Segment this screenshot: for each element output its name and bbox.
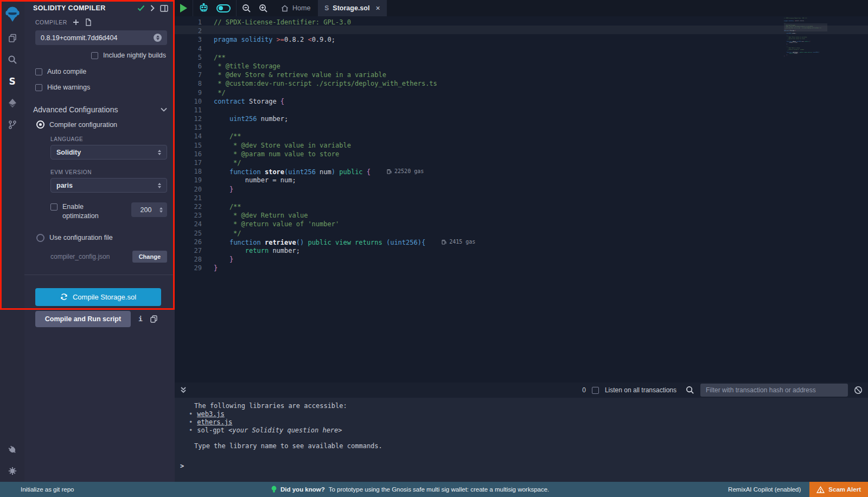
zoom-in-icon[interactable]	[259, 4, 268, 13]
ai-copilot-robot-icon[interactable]	[199, 3, 209, 13]
compiler-version-select[interactable]: 0.8.19+commit.7dd6d404	[35, 30, 167, 45]
enable-optimization-checkbox[interactable]	[50, 203, 58, 211]
copy-icon[interactable]	[150, 315, 157, 323]
select-arrows-icon	[158, 183, 161, 188]
auto-compile-checkbox[interactable]	[35, 68, 42, 75]
terminal-lib-web3: web3.js	[189, 410, 868, 418]
optimization-runs-value: 200	[136, 206, 156, 214]
evm-version-select[interactable]: paris	[50, 178, 167, 193]
warning-icon	[816, 486, 825, 493]
copilot-status[interactable]: RemixAI Copilot (enabled)	[728, 486, 801, 493]
transaction-filter-input[interactable]	[700, 384, 848, 397]
transaction-count-badge: 0	[582, 386, 586, 394]
icon-panel: S	[0, 0, 24, 482]
home-icon	[281, 5, 289, 12]
close-tab-icon[interactable]: ×	[375, 4, 380, 12]
pin-panel-icon[interactable]	[160, 5, 168, 12]
use-configuration-file-radio[interactable]	[36, 234, 44, 242]
editor-tabbar: Home S Storage.sol ×	[175, 0, 868, 16]
ai-copilot-toggle[interactable]	[216, 4, 231, 12]
terminal-output[interactable]: The following libraries are accessible: …	[175, 398, 868, 482]
hide-warnings-checkbox[interactable]	[35, 84, 42, 91]
terminal-lib-solgpt: sol-gpt <your Solidity question here>	[189, 426, 868, 435]
terminal-lib-ethers: ethers.js	[189, 418, 868, 426]
panel-divider	[24, 275, 175, 275]
listen-transactions-label: Listen on all transactions	[605, 386, 676, 394]
optimization-runs-stepper[interactable]: 200	[131, 202, 167, 217]
compiled-check-icon	[137, 5, 145, 11]
compile-and-run-button[interactable]: Compile and Run script	[35, 311, 131, 327]
remix-logo[interactable]	[0, 1, 24, 27]
lightbulb-icon	[271, 486, 277, 494]
listen-transactions-checkbox[interactable]	[592, 387, 599, 394]
terminal-intro: The following libraries are accessible:	[194, 402, 868, 410]
terminal-hint: Type the library name to see available c…	[194, 442, 868, 450]
refresh-icon	[60, 293, 68, 301]
compiler-configuration-label: Compiler configuration	[49, 121, 117, 129]
minimap-slider[interactable]	[784, 23, 827, 31]
config-file-name: compiler_config.json	[50, 253, 132, 260]
main-area: Home S Storage.sol × 1234567891011121314…	[175, 0, 868, 482]
line-numbers[interactable]: 1234567891011121314151617181920212223242…	[175, 18, 202, 272]
solidity-file-icon: S	[324, 4, 329, 12]
enable-optimization-label: Enable optimization	[62, 202, 110, 221]
auto-compile-label: Auto compile	[47, 68, 86, 75]
chevron-down-icon	[161, 107, 167, 112]
nightly-builds-checkbox[interactable]	[91, 52, 98, 59]
select-arrows-icon	[158, 150, 161, 155]
tab-home[interactable]: Home	[273, 0, 318, 16]
hide-warnings-label: Hide warnings	[47, 84, 90, 91]
language-value: Solidity	[56, 149, 158, 156]
language-label: LANGUAGE	[24, 129, 175, 145]
code-editor[interactable]: 1234567891011121314151617181920212223242…	[175, 16, 868, 383]
remix-ide: S SOLIDITY	[0, 0, 868, 497]
run-script-play-button[interactable]	[180, 4, 187, 12]
evm-version-label: EVM VERSION	[24, 160, 175, 178]
file-explorer-icon[interactable]	[0, 27, 24, 49]
nightly-builds-label: Include nightly builds	[103, 52, 166, 59]
home-tab-label: Home	[292, 4, 310, 12]
git-icon[interactable]	[0, 114, 24, 136]
compiler-section-label: COMPILER	[35, 19, 67, 26]
chevron-right-icon[interactable]	[150, 5, 155, 11]
stepper-arrows-icon	[159, 207, 163, 213]
use-configuration-file-label: Use configuration file	[49, 234, 113, 241]
evm-version-value: paris	[56, 182, 158, 189]
plugin-manager-icon[interactable]	[0, 438, 24, 460]
status-bar: Initialize as git repo Did you know? To …	[0, 482, 868, 497]
solidity-compiler-icon[interactable]: S	[0, 71, 24, 92]
web3-link[interactable]: web3.js	[197, 410, 225, 418]
promote-compiler-icon[interactable]	[85, 18, 92, 26]
ethers-link[interactable]: ethers.js	[197, 418, 232, 426]
active-tab-label: Storage.sol	[333, 4, 369, 12]
tab-storage-sol[interactable]: S Storage.sol ×	[318, 0, 386, 16]
compile-button-label: Compile Storage.sol	[73, 293, 136, 301]
scam-alert-button[interactable]: Scam Alert	[809, 482, 868, 497]
code-lines[interactable]: // SPDX-License-Identifier: GPL-3.0pragm…	[214, 18, 781, 272]
terminal-prompt[interactable]: >	[180, 462, 868, 470]
info-icon[interactable]: i	[138, 315, 143, 323]
terminal-collapse-icon[interactable]	[180, 386, 187, 394]
zoom-out-icon[interactable]	[242, 4, 251, 13]
did-you-know-tip: Did you know? To prototype using the Gno…	[271, 486, 549, 494]
compiler-configuration-radio[interactable]	[36, 120, 44, 129]
panel-title: SOLIDITY COMPILER	[33, 4, 132, 12]
active-plugin-indicator	[0, 73, 2, 88]
terminal-toolbar: 0 Listen on all transactions	[175, 383, 868, 398]
add-compiler-icon[interactable]	[73, 19, 79, 26]
language-select[interactable]: Solidity	[50, 145, 167, 160]
terminal-search-icon[interactable]	[686, 386, 694, 394]
version-sort-icon	[154, 34, 162, 42]
git-init-status[interactable]: Initialize as git repo	[21, 486, 74, 493]
solidity-compiler-panel: SOLIDITY COMPILER COMPILER 0.8.19+commit…	[24, 0, 175, 482]
advanced-configurations-toggle[interactable]: Advanced Configurations	[24, 91, 175, 114]
advanced-configurations-title: Advanced Configurations	[33, 105, 161, 114]
change-config-button[interactable]: Change	[132, 251, 167, 263]
settings-icon[interactable]	[0, 460, 24, 482]
search-icon[interactable]	[0, 49, 24, 71]
compiler-version-value: 0.8.19+commit.7dd6d404	[41, 34, 154, 42]
compile-button[interactable]: Compile Storage.sol	[35, 288, 161, 306]
clear-console-icon[interactable]	[854, 386, 863, 394]
deploy-run-icon[interactable]	[0, 92, 24, 114]
